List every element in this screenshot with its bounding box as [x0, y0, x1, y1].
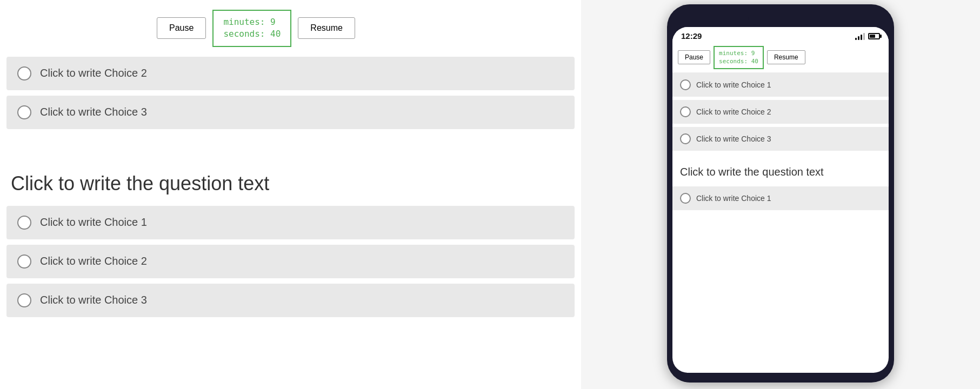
pause-button[interactable]: Pause — [157, 17, 206, 39]
list-item[interactable]: Click to write Choice 1 — [672, 73, 889, 97]
radio-button[interactable] — [680, 79, 691, 90]
radio-button[interactable] — [680, 133, 691, 144]
question-text[interactable]: Click to write the question text — [0, 156, 581, 206]
radio-button[interactable] — [680, 106, 691, 117]
radio-button[interactable] — [17, 105, 31, 119]
phone-question-text[interactable]: Click to write the question text — [672, 154, 889, 186]
radio-button[interactable] — [17, 216, 31, 230]
timer-bar: Pause minutes: 9 seconds: 40 Resume — [0, 0, 581, 57]
left-panel: Pause minutes: 9 seconds: 40 Resume Clic… — [0, 0, 581, 389]
choice-label: Click to write Choice 2 — [40, 67, 147, 79]
phone-time: 12:29 — [681, 31, 702, 41]
list-item[interactable]: Click to write Choice 3 — [672, 127, 889, 151]
radio-button[interactable] — [17, 254, 31, 269]
phone-resume-button[interactable]: Resume — [767, 50, 805, 64]
phone-content: Click to write Choice 1 Click to write C… — [672, 73, 889, 373]
phone-notch-bar — [672, 14, 889, 25]
list-item[interactable]: Click to write Choice 3 — [6, 96, 575, 129]
phone-screen: 12:29 Pause minutes: 9 seconds: 40 Resum… — [672, 27, 889, 373]
choice-label: Click to write Choice 3 — [696, 135, 771, 143]
list-item[interactable]: Click to write Choice 1 — [6, 206, 575, 239]
right-panel: 12:29 Pause minutes: 9 seconds: 40 Resum… — [581, 0, 980, 389]
choice-label: Click to write Choice 2 — [696, 108, 771, 116]
phone-status-bar: 12:29 — [672, 27, 889, 43]
list-item[interactable]: Click to write Choice 2 — [672, 100, 889, 124]
radio-button[interactable] — [680, 193, 691, 204]
phone-timer-display: minutes: 9 seconds: 40 — [714, 46, 764, 69]
choice-label: Click to write Choice 1 — [40, 216, 147, 229]
list-item[interactable]: Click to write Choice 2 — [6, 57, 575, 90]
choice-label: Click to write Choice 3 — [40, 106, 147, 118]
phone-notch — [748, 14, 813, 25]
battery-icon — [868, 33, 880, 39]
radio-button[interactable] — [17, 293, 31, 307]
choice-label: Click to write Choice 3 — [40, 294, 147, 306]
list-item[interactable]: Click to write Choice 2 — [6, 245, 575, 278]
phone-timer-bar: Pause minutes: 9 seconds: 40 Resume — [672, 43, 889, 73]
choice-label: Click to write Choice 2 — [40, 255, 147, 267]
phone-icons — [855, 32, 880, 40]
signal-icon — [855, 32, 865, 40]
choice-label: Click to write Choice 1 — [696, 194, 771, 203]
phone-mockup: 12:29 Pause minutes: 9 seconds: 40 Resum… — [667, 4, 894, 383]
list-item[interactable]: Click to write Choice 1 — [672, 186, 889, 210]
resume-button[interactable]: Resume — [298, 17, 355, 39]
timer-display: minutes: 9 seconds: 40 — [212, 10, 291, 47]
phone-pause-button[interactable]: Pause — [678, 50, 710, 64]
list-item[interactable]: Click to write Choice 3 — [6, 284, 575, 317]
radio-button[interactable] — [17, 66, 31, 81]
choice-label: Click to write Choice 1 — [696, 81, 771, 89]
